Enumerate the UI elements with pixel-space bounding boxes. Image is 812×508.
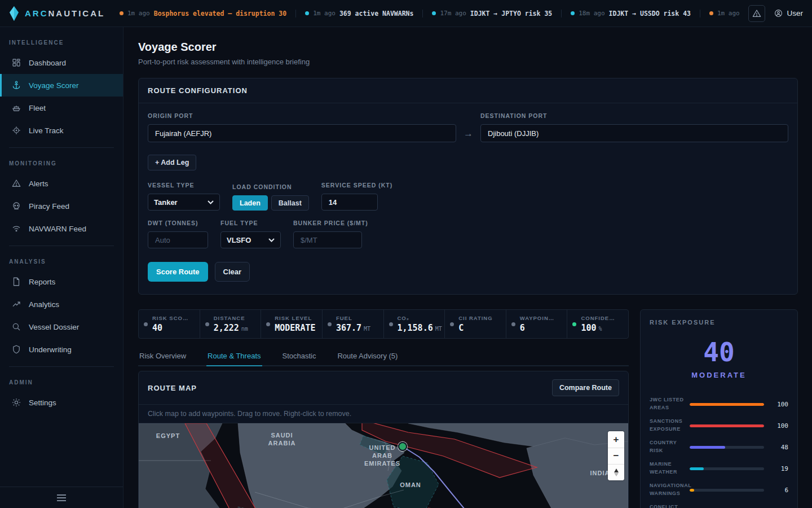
route-map-card: ROUTE MAP Compare Route Click map to add… bbox=[138, 371, 629, 508]
add-leg-button[interactable]: + Add Leg bbox=[148, 155, 196, 170]
map-label-arabia: ARABIA bbox=[268, 440, 296, 446]
stat-value: MODERATE bbox=[275, 323, 315, 333]
sidebar-item-settings[interactable]: Settings bbox=[0, 391, 123, 414]
ticker-alert-dot bbox=[709, 11, 713, 15]
clear-button[interactable]: Clear bbox=[215, 262, 250, 282]
sidebar-item-fleet[interactable]: Fleet bbox=[0, 97, 123, 119]
risk-exposure-bars: JWC LISTED AREAS 100 SANCTIONS EXPOSURE … bbox=[650, 396, 788, 508]
alert-triangle-icon bbox=[11, 178, 21, 189]
ticker-time: 1m ago bbox=[127, 10, 150, 17]
fuel-type-select[interactable]: VLSFO bbox=[220, 231, 281, 248]
map-compass-button[interactable] bbox=[608, 464, 624, 480]
sidebar-nav: INTELLIGENCE Dashboard Voyage Scorer bbox=[0, 27, 123, 487]
stat-label: CO₂ bbox=[398, 315, 442, 321]
score-route-button[interactable]: Score Route bbox=[148, 262, 208, 282]
origin-port-label: ORIGIN PORT bbox=[148, 112, 456, 119]
dwt-input[interactable] bbox=[148, 231, 208, 248]
sidebar-item-voyage-scorer[interactable]: Voyage Scorer bbox=[0, 74, 123, 97]
route-arrow-icon: → bbox=[464, 128, 473, 139]
form-actions: Score Route Clear bbox=[148, 262, 788, 285]
sidebar-item-dashboard[interactable]: Dashboard bbox=[0, 51, 123, 74]
destination-port-input[interactable] bbox=[480, 124, 788, 142]
bunker-price-group: BUNKER PRICE ($/MT) bbox=[293, 220, 368, 248]
sidebar-item-underwriting[interactable]: Underwriting bbox=[0, 338, 123, 361]
route-configuration-header: ROUTE CONFIGURATION bbox=[139, 78, 797, 103]
brand-logo[interactable]: ARCNAUTICAL bbox=[9, 6, 111, 21]
route-configuration-title: ROUTE CONFIGURATION bbox=[148, 86, 248, 95]
alerts-warning-button[interactable] bbox=[748, 5, 765, 22]
compare-route-button[interactable]: Compare Route bbox=[552, 379, 619, 396]
ticker-item[interactable]: 17m ago IDJKT → JPTYO risk 35 bbox=[422, 10, 561, 17]
sidebar-divider bbox=[9, 366, 114, 367]
risk-bar-sanctions: SANCTIONS EXPOSURE 100 bbox=[650, 418, 788, 433]
risk-bar-jwc: JWC LISTED AREAS 100 bbox=[650, 396, 788, 412]
anchor-icon bbox=[11, 80, 21, 90]
stat-dot bbox=[328, 322, 332, 326]
vessel-type-label: VESSEL TYPE bbox=[148, 182, 220, 189]
sidebar: INTELLIGENCE Dashboard Voyage Scorer bbox=[0, 27, 123, 508]
stat-label: WAYPOIN… bbox=[520, 315, 555, 321]
stat-value: 367.7MT bbox=[336, 323, 370, 333]
voyage-stats-strip: RISK SCO…40 DISTANCE2,222nm RISK LEVELMO… bbox=[138, 309, 629, 339]
ticker-item[interactable]: 1m ago Bosphorus elevated — disruption 3… bbox=[111, 10, 295, 17]
tab-risk-overview[interactable]: Risk Overview bbox=[138, 348, 187, 366]
brand-name-secondary: NAUTICAL bbox=[48, 8, 105, 18]
ticker-item[interactable]: 1m ago 369 active NAVWARNs bbox=[295, 10, 422, 17]
route-configuration-card: ROUTE CONFIGURATION ORIGIN PORT → DESTIN… bbox=[138, 78, 798, 295]
ticker-time: 1m ago bbox=[313, 10, 336, 17]
sidebar-section-intelligence: INTELLIGENCE bbox=[0, 33, 123, 51]
load-laden-button[interactable]: Laden bbox=[232, 195, 268, 211]
sidebar-divider bbox=[9, 147, 114, 148]
vessel-type-select[interactable]: Tanker bbox=[148, 194, 220, 211]
stat-value: 100% bbox=[581, 323, 615, 333]
sidebar-item-reports[interactable]: Reports bbox=[0, 270, 123, 293]
map-label-united: UNITED bbox=[369, 444, 396, 451]
sidebar-item-alerts[interactable]: Alerts bbox=[0, 172, 123, 195]
risk-bar-value: 6 bbox=[769, 487, 788, 494]
origin-port-group: ORIGIN PORT bbox=[148, 112, 456, 142]
risk-bar-fill bbox=[690, 446, 725, 449]
load-ballast-button[interactable]: Ballast bbox=[271, 195, 309, 211]
ticker-item[interactable]: 1m ago Suez Can… 4/7 bbox=[700, 10, 739, 17]
route-map-title: ROUTE MAP bbox=[148, 384, 197, 392]
origin-port-input[interactable] bbox=[148, 124, 456, 142]
ticker-info-dot bbox=[571, 11, 575, 15]
map-zoom-in-button[interactable]: + bbox=[608, 431, 624, 448]
main-content: Voyage Scorer Port-to-port risk assessme… bbox=[123, 27, 812, 508]
stat-unit: MT bbox=[435, 326, 442, 332]
sidebar-item-navwarn-feed[interactable]: NAVWARN Feed bbox=[0, 217, 123, 240]
origin-marker[interactable] bbox=[399, 443, 407, 450]
stat-value: C bbox=[458, 323, 493, 333]
user-menu[interactable]: User bbox=[774, 9, 803, 17]
tab-route-advisory[interactable]: Route Advisory (5) bbox=[336, 348, 399, 366]
chevron-down-icon bbox=[208, 200, 214, 204]
risk-bar-track bbox=[690, 467, 764, 470]
sidebar-item-live-track[interactable]: Live Track bbox=[0, 119, 123, 142]
stat-label: RISK LEVEL bbox=[275, 315, 315, 321]
sidebar-item-label: Reports bbox=[29, 278, 55, 286]
service-speed-input[interactable] bbox=[321, 194, 378, 211]
skull-icon bbox=[11, 201, 21, 211]
chevron-down-icon bbox=[268, 238, 275, 242]
map-zoom-out-button[interactable]: − bbox=[608, 448, 624, 464]
bunker-price-input[interactable] bbox=[293, 231, 362, 248]
risk-bar-label: MARINE WEATHER bbox=[650, 461, 685, 476]
sidebar-item-label: Voyage Scorer bbox=[29, 81, 79, 90]
sidebar-collapse-button[interactable] bbox=[0, 487, 123, 508]
tab-stochastic[interactable]: Stochastic bbox=[281, 348, 317, 366]
risk-bar-label: SANCTIONS EXPOSURE bbox=[650, 418, 685, 433]
user-icon bbox=[774, 9, 783, 17]
ticker-info-dot bbox=[432, 11, 436, 15]
ticker-item[interactable]: 18m ago IDJKT → USSDO risk 43 bbox=[561, 10, 700, 17]
tab-route-threats[interactable]: Route & Threats bbox=[206, 348, 262, 366]
sidebar-item-piracy-feed[interactable]: Piracy Feed bbox=[0, 195, 123, 217]
stat-unit: % bbox=[598, 326, 602, 332]
risk-bar-track bbox=[690, 424, 764, 427]
route-map[interactable]: EGYPT SAUDI ARABIA UNITED ARAB EMIRATES … bbox=[139, 423, 628, 508]
brand-name-primary: ARC bbox=[25, 8, 48, 18]
sidebar-section-admin: ADMIN bbox=[0, 373, 123, 391]
vessel-type-value: Tanker bbox=[154, 198, 178, 207]
results-left-column: RISK SCO…40 DISTANCE2,222nm RISK LEVELMO… bbox=[138, 309, 629, 508]
sidebar-item-vessel-dossier[interactable]: Vessel Dossier bbox=[0, 316, 123, 338]
sidebar-item-analytics[interactable]: Analytics bbox=[0, 293, 123, 316]
